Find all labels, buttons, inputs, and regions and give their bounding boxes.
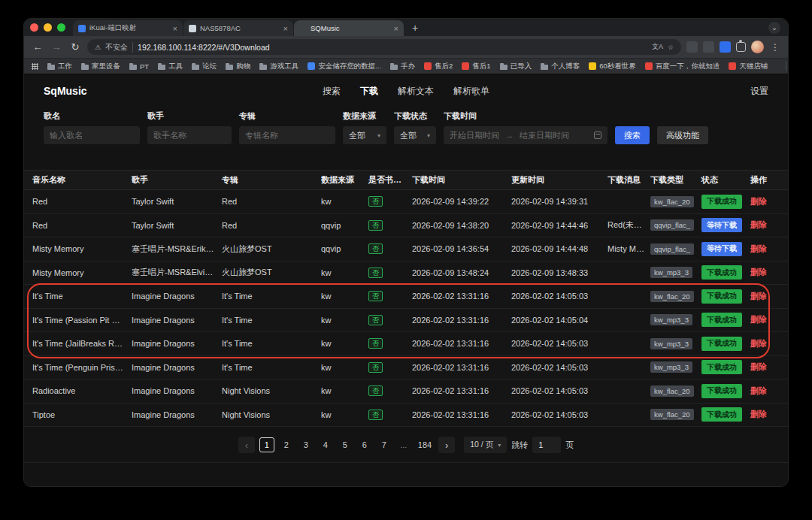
song-name-input[interactable] <box>44 126 140 144</box>
browser-menu-icon[interactable]: ⋮ <box>769 42 781 53</box>
bookmark-item[interactable]: 家里设备 <box>81 62 120 71</box>
bookmark-item[interactable]: 已导入 <box>500 62 532 71</box>
delete-button[interactable]: 删除 <box>750 220 767 229</box>
page-number-button[interactable]: 4 <box>318 437 333 452</box>
artist-input[interactable] <box>147 126 232 144</box>
source-select[interactable]: 全部 ▾ <box>343 126 386 144</box>
page-number-button[interactable]: 2 <box>279 437 294 452</box>
page-size-select[interactable]: 10 / 页 ▾ <box>464 437 507 453</box>
app-nav-item[interactable]: 搜索 <box>323 85 341 98</box>
close-window-button[interactable] <box>30 23 38 32</box>
page-number-button[interactable]: 5 <box>338 437 353 452</box>
reload-icon[interactable]: ↻ <box>68 41 82 53</box>
bookmark-item[interactable]: 天猫店铺 <box>729 62 768 71</box>
album-input[interactable] <box>239 126 335 144</box>
tab-close-icon[interactable]: × <box>283 24 288 33</box>
bookmark-item[interactable]: 百度一下，你就知道 <box>645 62 720 71</box>
maximize-window-button[interactable] <box>57 23 65 32</box>
bookmark-star-icon[interactable]: ☆ <box>668 44 674 51</box>
cell-message: Red(未获... <box>604 219 647 231</box>
page-number-button[interactable]: 7 <box>377 437 392 452</box>
app-nav-item[interactable]: 解析文本 <box>398 85 434 98</box>
table-row[interactable]: It's Time (Passion Pit Re... Imagine Dra… <box>24 309 788 333</box>
table-row[interactable]: Red Taylor Swift Red qqvip 否 2026-02-09 … <box>24 214 788 238</box>
apps-grid-icon[interactable] <box>32 63 38 70</box>
cell-status: 下载成功 <box>698 407 747 422</box>
advanced-button[interactable]: 高级功能 <box>657 126 708 144</box>
bookmark-item[interactable]: 售后1 <box>462 62 490 71</box>
page-number-button[interactable]: 6 <box>357 437 372 452</box>
extension-icon[interactable] <box>703 41 714 53</box>
table-row[interactable]: It's Time (JailBreaks Rem... Imagine Dra… <box>24 332 788 356</box>
delete-button[interactable]: 删除 <box>750 362 767 371</box>
tab-close-icon[interactable]: × <box>173 24 177 33</box>
table-row[interactable]: Misty Memory 塞壬唱片-MSR&Erik Castr... 火山旅梦… <box>24 237 788 262</box>
minimize-window-button[interactable] <box>44 23 52 32</box>
cell-bookmark-flag: 否 <box>365 362 409 373</box>
delete-button[interactable]: 删除 <box>750 244 767 253</box>
table-row[interactable]: Red Taylor Swift Red kw 否 2026-02-09 14:… <box>24 190 788 214</box>
table-row[interactable]: It's Time Imagine Dragons It's Time kw 否… <box>24 285 788 309</box>
security-label[interactable]: 不安全 <box>105 42 133 53</box>
bookmark-item[interactable]: 论坛 <box>192 62 217 71</box>
filter-time: 下载时间 开始日期时间 → 结束日期时间 <box>444 110 607 144</box>
bookmark-icon <box>500 65 508 70</box>
bookmark-item[interactable]: 游戏工具 <box>259 62 298 71</box>
bookmark-item[interactable]: 手办 <box>390 62 415 71</box>
browser-tab[interactable]: NAS5878AC × <box>183 20 293 36</box>
tab-close-icon[interactable]: × <box>394 24 398 33</box>
forward-icon[interactable]: → <box>50 41 63 53</box>
next-page-button[interactable]: › <box>438 437 455 453</box>
page-number-button[interactable]: 3 <box>298 437 314 452</box>
cell-bookmark-flag: 否 <box>365 410 409 420</box>
app-nav-item[interactable]: 解析歌单 <box>453 85 489 98</box>
prev-page-button[interactable]: ‹ <box>238 437 255 453</box>
table-row[interactable]: It's Time (Penguin Prison ... Imagine Dr… <box>24 356 788 380</box>
table-row[interactable]: Tiptoe Imagine Dragons Night Visions kw … <box>24 404 788 428</box>
bookmark-label: 个人博客 <box>551 62 580 71</box>
bookmark-item[interactable]: 安全储存您的数据... <box>308 62 381 71</box>
flag-badge: 否 <box>368 268 383 278</box>
bookmark-item[interactable]: 工具 <box>158 62 183 71</box>
bookmark-item[interactable]: 售后2 <box>424 62 453 71</box>
date-range-picker[interactable]: 开始日期时间 → 结束日期时间 <box>444 126 607 144</box>
extensions-puzzle-icon[interactable] <box>736 42 746 52</box>
cell-bookmark-flag: 否 <box>365 196 409 207</box>
table-row[interactable]: Radioactive Imagine Dragons Night Vision… <box>24 379 788 404</box>
table-row[interactable]: Misty Memory 塞壬唱片-MSR&Elvin She... 火山旅梦O… <box>24 262 788 286</box>
settings-link[interactable]: 设置 <box>750 85 768 98</box>
page-number-button[interactable]: 184 <box>416 437 434 452</box>
app-nav-item[interactable]: 下载 <box>360 85 378 98</box>
bookmark-item[interactable]: 工作 <box>47 62 72 71</box>
delete-button[interactable]: 删除 <box>750 339 767 348</box>
browser-tab[interactable]: SQMusic × <box>294 20 404 36</box>
page-number-button[interactable]: ... <box>396 437 411 452</box>
delete-button[interactable]: 删除 <box>750 315 767 324</box>
delete-button[interactable]: 删除 <box>750 410 767 419</box>
jump-page-input[interactable] <box>532 437 561 453</box>
page-number-button[interactable]: 1 <box>259 437 274 452</box>
tab-search-button[interactable]: ⌄ <box>768 22 780 34</box>
extension-icon[interactable] <box>720 41 731 53</box>
start-date-placeholder: 开始日期时间 <box>450 130 499 141</box>
status-select[interactable]: 全部 ▾ <box>394 126 436 144</box>
extension-icon[interactable] <box>686 41 698 53</box>
delete-button[interactable]: 删除 <box>750 268 767 277</box>
delete-button[interactable]: 删除 <box>750 386 767 395</box>
back-icon[interactable]: ← <box>31 41 44 53</box>
browser-tab[interactable]: iKuai-端口映射 × <box>73 20 183 36</box>
search-button[interactable]: 搜索 <box>615 126 650 144</box>
profile-avatar[interactable] <box>751 41 764 53</box>
delete-button[interactable]: 删除 <box>750 197 767 206</box>
delete-button[interactable]: 删除 <box>750 292 767 301</box>
new-tab-button[interactable]: + <box>404 19 426 36</box>
bookmark-item[interactable]: 60秒看世界 <box>589 62 636 71</box>
cell-bookmark-flag: 否 <box>365 315 409 325</box>
translate-icon[interactable]: 文A <box>652 42 663 52</box>
bookmark-item[interactable]: 购物 <box>226 62 250 71</box>
url-text[interactable]: 192.168.100.114:8222/#/V3Download <box>138 43 647 52</box>
bookmark-item[interactable]: PT <box>129 62 149 71</box>
cell-music-name: Red <box>29 221 129 230</box>
address-bar[interactable]: ⚠ 不安全 192.168.100.114:8222/#/V3Download … <box>87 39 681 55</box>
bookmark-item[interactable]: 个人博客 <box>541 62 580 71</box>
